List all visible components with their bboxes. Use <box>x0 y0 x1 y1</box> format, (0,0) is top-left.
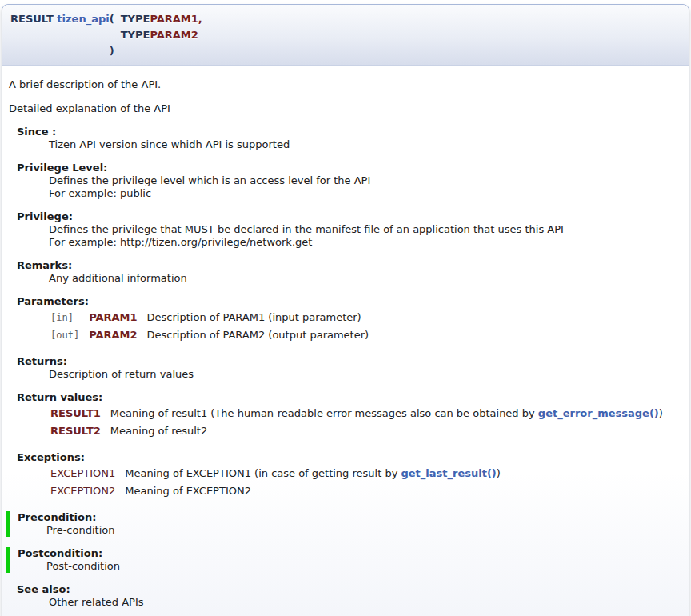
section-see-also: See also: Other related APIs <box>17 583 684 609</box>
param-type: TYPE <box>121 11 150 27</box>
section-privilege-level-example: For example: public <box>49 187 684 200</box>
param-type: TYPE <box>121 27 150 43</box>
signature-table: RESULT tizen_api ( TYPE PARAM1, TYPE PAR… <box>10 11 202 59</box>
signature-return-and-name: RESULT tizen_api <box>10 11 110 27</box>
function-name-link[interactable]: tizen_api <box>57 13 109 25</box>
section-privilege-level-text: Defines the privilege level which is an … <box>49 174 684 187</box>
return-values-table: RESULT1 Meaning of result1 (The human-re… <box>49 404 665 441</box>
section-precondition-text: Pre-condition <box>46 524 684 537</box>
return-value-row: RESULT2 Meaning of result2 <box>50 423 663 439</box>
section-postcondition: Postcondition: Post-condition <box>6 547 684 573</box>
close-paren: ) <box>110 43 121 59</box>
section-precondition: Precondition: Pre-condition <box>6 511 684 537</box>
param-name: PARAM1 <box>89 310 145 326</box>
section-privilege-text: Defines the privilege that MUST be decla… <box>49 223 684 236</box>
function-prototype-header: RESULT tizen_api ( TYPE PARAM1, TYPE PAR… <box>2 5 689 66</box>
open-paren: ( <box>110 11 121 27</box>
parameter-row: [out] PARAM2 Description of PARAM2 (outp… <box>50 327 369 343</box>
return-value-name: RESULT1 <box>50 406 109 422</box>
param-name: PARAM1, <box>150 11 202 27</box>
section-returns: Returns: Description of return values <box>17 355 684 381</box>
return-value-description: Meaning of result1 (The human-readable e… <box>110 406 663 422</box>
section-postcondition-text: Post-condition <box>46 560 684 573</box>
signature-row-1: RESULT tizen_api ( TYPE PARAM1, <box>10 11 202 27</box>
section-privilege-title: Privilege: <box>17 210 684 223</box>
section-remarks-title: Remarks: <box>17 259 684 272</box>
section-return-values: Return values: RESULT1 Meaning of result… <box>17 391 684 441</box>
section-since-text: Tizen API version since whidh API is sup… <box>49 138 684 151</box>
exception-row: EXCEPTION1 Meaning of EXCEPTION1 (in cas… <box>50 466 501 482</box>
section-see-also-title: See also: <box>17 583 684 596</box>
section-remarks-text: Any additional information <box>49 272 684 285</box>
parameters-table: [in] PARAM1 Description of PARAM1 (input… <box>49 308 370 345</box>
section-precondition-title: Precondition: <box>18 511 684 524</box>
return-value-description: Meaning of result2 <box>110 423 663 439</box>
brief-description: A brief description of the API. <box>9 78 682 91</box>
param-name: PARAM2 <box>150 27 202 43</box>
detailed-description: Detailed explanation of the API <box>9 102 682 115</box>
param-name: PARAM2 <box>89 327 145 343</box>
exceptions-list: EXCEPTION1 Meaning of EXCEPTION1 (in cas… <box>49 464 684 501</box>
parameter-row: [in] PARAM1 Description of PARAM1 (input… <box>50 310 369 326</box>
section-remarks: Remarks: Any additional information <box>17 259 684 285</box>
param-direction: [out] <box>50 327 87 343</box>
return-type: RESULT <box>10 13 54 25</box>
get-last-result-link[interactable]: get_last_result() <box>401 467 496 479</box>
signature-row-2: TYPE PARAM2 <box>10 27 202 43</box>
param-direction: [in] <box>50 310 87 326</box>
section-return-values-title: Return values: <box>17 391 684 404</box>
section-exceptions-title: Exceptions: <box>17 451 684 464</box>
section-returns-title: Returns: <box>17 355 684 368</box>
exception-name: EXCEPTION1 <box>50 466 123 482</box>
section-since: Since : Tizen API version since whidh AP… <box>17 126 684 151</box>
exception-row: EXCEPTION2 Meaning of EXCEPTION2 <box>50 483 501 499</box>
section-postcondition-title: Postcondition: <box>18 547 684 560</box>
section-since-title: Since : <box>17 126 684 138</box>
section-privilege: Privilege: Defines the privilege that MU… <box>17 210 684 249</box>
exception-description: Meaning of EXCEPTION2 <box>125 483 501 499</box>
section-parameters: Parameters: [in] PARAM1 Description of P… <box>17 295 684 345</box>
param-description: Description of PARAM2 (output parameter) <box>147 327 369 343</box>
exception-name: EXCEPTION2 <box>50 483 123 499</box>
return-value-name: RESULT2 <box>50 423 109 439</box>
exceptions-table: EXCEPTION1 Meaning of EXCEPTION1 (in cas… <box>49 464 502 501</box>
signature-row-3: ) <box>10 43 202 59</box>
section-privilege-level-title: Privilege Level: <box>17 162 684 174</box>
section-returns-text: Description of return values <box>49 368 684 381</box>
section-parameters-title: Parameters: <box>17 295 684 308</box>
section-exceptions: Exceptions: EXCEPTION1 Meaning of EXCEPT… <box>17 451 684 501</box>
param-description: Description of PARAM1 (input parameter) <box>147 310 369 326</box>
section-privilege-example: For example: http://tizen.org/privilege/… <box>49 236 684 249</box>
return-values-list: RESULT1 Meaning of result1 (The human-re… <box>49 404 684 441</box>
get-error-message-link[interactable]: get_error_message() <box>538 407 659 419</box>
member-documentation: A brief description of the API. Detailed… <box>2 66 689 616</box>
section-privilege-level: Privilege Level: Defines the privilege l… <box>17 162 684 200</box>
section-see-also-text: Other related APIs <box>49 596 684 609</box>
return-value-row: RESULT1 Meaning of result1 (The human-re… <box>50 406 663 422</box>
api-member-item: RESULT tizen_api ( TYPE PARAM1, TYPE PAR… <box>2 4 689 616</box>
parameters-list: [in] PARAM1 Description of PARAM1 (input… <box>49 308 684 345</box>
exception-description: Meaning of EXCEPTION1 (in case of gettin… <box>125 466 501 482</box>
